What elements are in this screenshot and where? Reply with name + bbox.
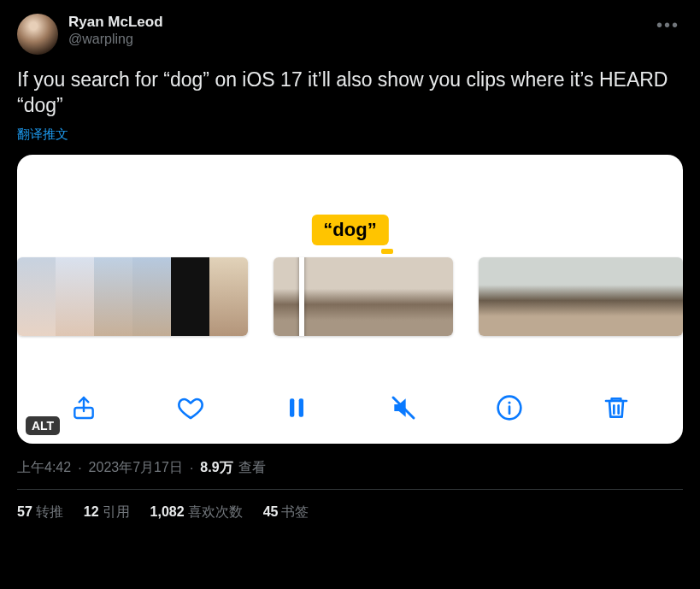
tweet-stats: 57转推 12引用 1,082喜欢次数 45书签 (17, 490, 683, 521)
svg-rect-1 (290, 398, 294, 416)
separator-dot: · (78, 461, 81, 476)
avatar[interactable] (17, 14, 58, 55)
share-button[interactable] (65, 389, 103, 427)
frame-thumb (333, 257, 393, 336)
user-handle: @warpling (68, 31, 643, 48)
separator-dot: · (190, 461, 193, 476)
retweets-count: 57 (17, 504, 32, 519)
more-icon: ••• (656, 15, 679, 34)
tweet-container: Ryan McLeod @warpling ••• If you search … (0, 0, 700, 521)
frame-thumb (56, 257, 94, 336)
clip-thumbnail-group[interactable] (479, 257, 683, 336)
retweets-stat[interactable]: 57转推 (17, 504, 63, 521)
svg-rect-2 (299, 398, 303, 416)
search-term-callout: “dog” (311, 215, 388, 245)
user-names[interactable]: Ryan McLeod @warpling (68, 14, 643, 48)
frame-thumb (649, 257, 683, 336)
translate-link[interactable]: 翻译推文 (17, 127, 68, 143)
frame-thumb (209, 257, 248, 336)
info-icon (496, 394, 523, 421)
frame-thumb (513, 257, 547, 336)
clip-thumbnail-group[interactable] (17, 257, 248, 336)
delete-button[interactable] (597, 389, 635, 427)
pause-button[interactable] (278, 389, 315, 427)
frame-thumb (615, 257, 649, 336)
likes-count: 1,082 (150, 504, 185, 519)
tweet-text: If you search for “dog” on iOS 17 it’ll … (17, 67, 683, 118)
tweet-meta: 上午4:42 · 2023年7月17日 · 8.9万 查看 (17, 459, 683, 490)
frame-thumb (171, 257, 209, 336)
bookmarks-stat[interactable]: 45书签 (263, 504, 309, 521)
frame-thumb (393, 257, 453, 336)
svg-point-6 (509, 401, 511, 403)
views-count[interactable]: 8.9万 (200, 459, 232, 477)
views-label: 查看 (238, 459, 266, 477)
trash-icon (603, 394, 630, 421)
frame-thumb (479, 257, 513, 336)
alt-badge[interactable]: ALT (26, 416, 60, 435)
media-card[interactable]: “dog” (17, 155, 683, 444)
pause-icon (283, 394, 310, 421)
frame-thumb (17, 257, 56, 336)
bookmarks-count: 45 (263, 504, 279, 519)
quotes-label: 引用 (103, 504, 130, 519)
quotes-stat[interactable]: 12引用 (84, 504, 130, 521)
display-name: Ryan McLeod (68, 14, 643, 31)
frame-thumb (581, 257, 615, 336)
media-toolbar (17, 389, 683, 427)
quotes-count: 12 (84, 504, 99, 519)
more-button[interactable]: ••• (653, 14, 683, 37)
retweets-label: 转推 (36, 504, 63, 519)
mute-button[interactable] (385, 389, 422, 427)
likes-stat[interactable]: 1,082喜欢次数 (150, 504, 243, 521)
tweet-time[interactable]: 上午4:42 (17, 459, 71, 477)
tweet-header: Ryan McLeod @warpling ••• (17, 14, 683, 55)
heart-icon (177, 394, 204, 421)
scrubber-marker (381, 249, 393, 254)
video-timeline[interactable] (17, 257, 683, 336)
frame-thumb (132, 257, 171, 336)
frame-thumb (547, 257, 581, 336)
tweet-date[interactable]: 2023年7月17日 (89, 459, 183, 477)
bookmarks-label: 书签 (281, 504, 309, 519)
share-icon (70, 394, 97, 421)
mute-icon (390, 394, 417, 421)
info-button[interactable] (491, 389, 528, 427)
like-button[interactable] (172, 389, 209, 427)
playhead[interactable] (299, 257, 304, 336)
clip-thumbnail-group[interactable] (274, 257, 453, 336)
likes-label: 喜欢次数 (188, 504, 243, 519)
frame-thumb (94, 257, 132, 336)
